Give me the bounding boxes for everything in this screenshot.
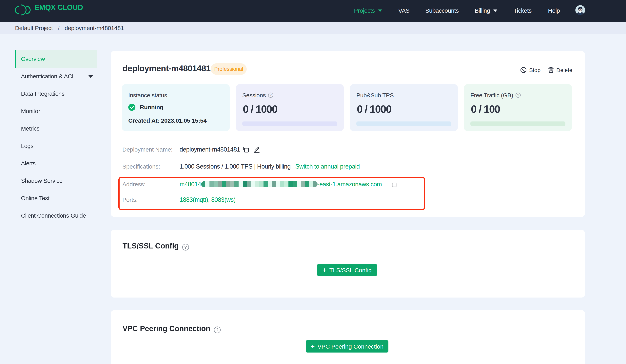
svg-text:?: ?	[517, 93, 519, 97]
svg-text:?: ?	[185, 245, 187, 250]
svg-text:?: ?	[270, 93, 272, 97]
svg-text:?: ?	[216, 328, 219, 332]
